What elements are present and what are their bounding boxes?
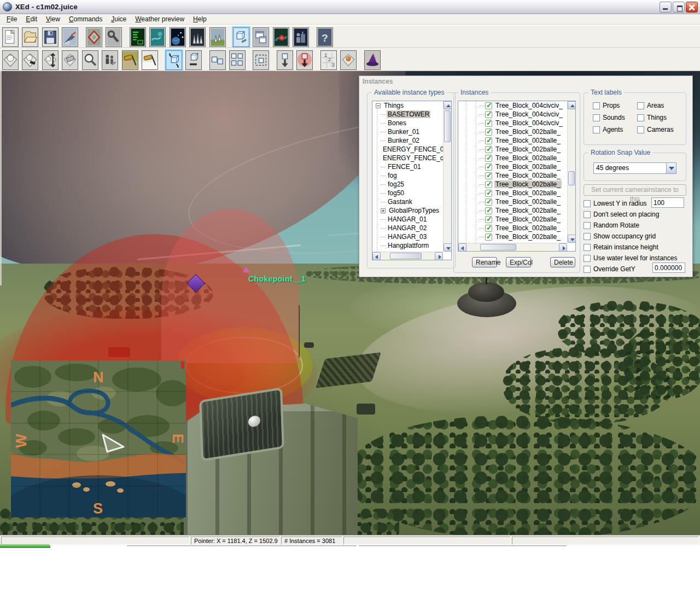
minimap[interactable]: N S W E: [11, 360, 186, 517]
instance-row[interactable]: Tree_Block_002balle_: [458, 171, 567, 180]
checkbox-unchecked-icon[interactable]: [593, 102, 600, 109]
vertical-scrollbar[interactable]: [443, 101, 451, 252]
rotation-snap-select[interactable]: 45 degrees: [593, 162, 676, 174]
clone-multiple-button[interactable]: [229, 50, 246, 70]
checkbox-checked-icon[interactable]: [485, 155, 492, 162]
checkbox-unchecked-icon[interactable]: [584, 255, 591, 262]
vertical-scrollbar[interactable]: [567, 101, 575, 243]
agents-checkbox-row[interactable]: Agents: [593, 126, 623, 133]
checkbox-checked-icon[interactable]: [485, 137, 492, 144]
retain-height-checkbox-row[interactable]: Retain instance height: [584, 243, 658, 251]
things-checkbox-row[interactable]: Things: [637, 114, 667, 121]
checkbox-checked-icon[interactable]: [485, 146, 492, 153]
instance-row[interactable]: Tree_Block_002balle_: [458, 232, 567, 241]
tree-item[interactable]: HANGAR_01: [372, 215, 443, 224]
checkbox-checked-icon[interactable]: [485, 234, 492, 241]
menu-help[interactable]: Help: [189, 15, 211, 24]
instance-row[interactable]: Tree_Block_002balle_: [458, 197, 567, 206]
checkbox-unchecked-icon[interactable]: [584, 222, 591, 229]
scroll-thumb[interactable]: [444, 110, 451, 142]
instance-row-selected[interactable]: Tree_Block_002balle_: [458, 180, 567, 189]
lowest-y-input[interactable]: [651, 197, 684, 208]
instance-row[interactable]: Tree_Block_004civciv_: [458, 101, 567, 110]
terrain-sphere-button[interactable]: [2, 50, 19, 70]
minimize-button[interactable]: [660, 2, 672, 13]
cameras-checkbox-row[interactable]: Cameras: [637, 126, 674, 133]
checkbox-unchecked-icon[interactable]: [637, 114, 644, 121]
instance-row[interactable]: Tree_Block_002balle_: [458, 215, 567, 224]
agents-tool-button[interactable]: [102, 50, 118, 70]
tree-item[interactable]: fog25: [372, 180, 443, 189]
scroll-thumb[interactable]: [568, 171, 575, 185]
expand-plus-icon[interactable]: [381, 208, 386, 213]
tree-item[interactable]: ENERGY_FENCE_co: [372, 154, 443, 162]
scroll-left-button[interactable]: [458, 243, 466, 252]
tree-item[interactable]: HANGAR_02: [372, 224, 443, 232]
scroll-up-button[interactable]: [568, 101, 576, 109]
checkbox-checked-icon[interactable]: [485, 216, 492, 223]
help-button[interactable]: ?: [317, 27, 333, 47]
rename-button[interactable]: Rename: [472, 257, 497, 267]
menu-commands[interactable]: Commands: [65, 15, 107, 24]
checkbox-unchecked-icon[interactable]: [637, 126, 644, 133]
tree-item[interactable]: BASETOWER: [372, 110, 443, 119]
checkbox-checked-icon[interactable]: [485, 181, 492, 188]
tree-item[interactable]: Bones: [372, 119, 443, 127]
instances-tool-button[interactable]: [233, 27, 249, 47]
checkbox-checked-icon[interactable]: [485, 207, 492, 214]
save-button[interactable]: [42, 27, 59, 47]
occupancy-grid-checkbox-row[interactable]: Show occupancy grid: [584, 232, 656, 240]
checkbox-checked-icon[interactable]: [485, 120, 492, 127]
scroll-left-button[interactable]: [372, 252, 381, 260]
instance-row[interactable]: Tree_Block_004civciv_: [458, 119, 567, 127]
checkbox-checked-icon[interactable]: [485, 190, 492, 197]
override-gety-input[interactable]: [652, 262, 685, 273]
checkbox-checked-icon[interactable]: [485, 111, 492, 118]
checkbox-unchecked-icon[interactable]: [593, 126, 600, 133]
terrain-sphere-roller-button[interactable]: [22, 50, 38, 70]
menu-edit[interactable]: Edit: [21, 15, 42, 24]
tree-item[interactable]: fog: [372, 171, 443, 180]
lowest-y-checkbox-row[interactable]: Lowest Y in radius: [584, 200, 647, 207]
set-camera-button[interactable]: Set current camerainstance to this: [584, 184, 686, 196]
delete-button[interactable]: Delete: [550, 257, 575, 267]
instance-row[interactable]: Tree_Block_002balle_: [458, 224, 567, 232]
checkbox-unchecked-icon[interactable]: [584, 211, 591, 218]
drop-instance-active-button[interactable]: [296, 50, 313, 70]
scroll-thumb[interactable]: [390, 253, 422, 259]
random-rotate-checkbox-row[interactable]: Random Rotate: [584, 221, 639, 229]
clone-instance-button[interactable]: [209, 50, 226, 70]
instance-row[interactable]: Tree_Block_002balle_: [458, 162, 567, 171]
select-frame-button[interactable]: [253, 50, 269, 70]
area-tool-button[interactable]: [86, 27, 102, 47]
open-file-button[interactable]: [22, 27, 38, 47]
checkbox-checked-icon[interactable]: [485, 129, 492, 136]
texture-roller-snow-button[interactable]: [142, 50, 158, 70]
scroll-thumb[interactable]: [480, 244, 516, 250]
map-marker-button[interactable]: [273, 27, 289, 47]
horizontal-scrollbar[interactable]: [458, 243, 567, 251]
close-button[interactable]: [686, 2, 698, 13]
tree-item[interactable]: Hangplattform: [372, 241, 443, 250]
dont-select-checkbox-row[interactable]: Don't select on placing: [584, 211, 659, 218]
instance-row[interactable]: Tree_Block_002balle_: [458, 136, 567, 145]
terrain-eraser-button[interactable]: [62, 50, 78, 70]
missiles-terrain-button[interactable]: [209, 27, 226, 47]
dialog-windows-button[interactable]: [253, 27, 269, 47]
tree-item[interactable]: HANGAR_03: [372, 232, 443, 241]
checkbox-unchecked-icon[interactable]: [593, 114, 600, 121]
checkbox-unchecked-icon[interactable]: [584, 244, 591, 251]
restore-button[interactable]: [673, 2, 685, 13]
tree-root[interactable]: Things: [372, 101, 443, 110]
menu-weather-preview[interactable]: Weather preview: [131, 15, 189, 24]
weather-hat-button[interactable]: [364, 50, 381, 70]
checkbox-unchecked-icon[interactable]: [584, 200, 591, 207]
script-console-button[interactable]: [130, 27, 146, 47]
horizontal-scrollbar[interactable]: [372, 252, 443, 260]
checkbox-unchecked-icon[interactable]: [584, 266, 591, 273]
instances-list[interactable]: Tree_Block_004civciv_ Tree_Block_004civc…: [458, 101, 576, 252]
checkbox-checked-icon[interactable]: [485, 172, 492, 179]
terrain-marker-button[interactable]: [340, 50, 357, 70]
jet-preview-button[interactable]: [62, 27, 78, 47]
chevron-down-icon[interactable]: [666, 163, 676, 173]
